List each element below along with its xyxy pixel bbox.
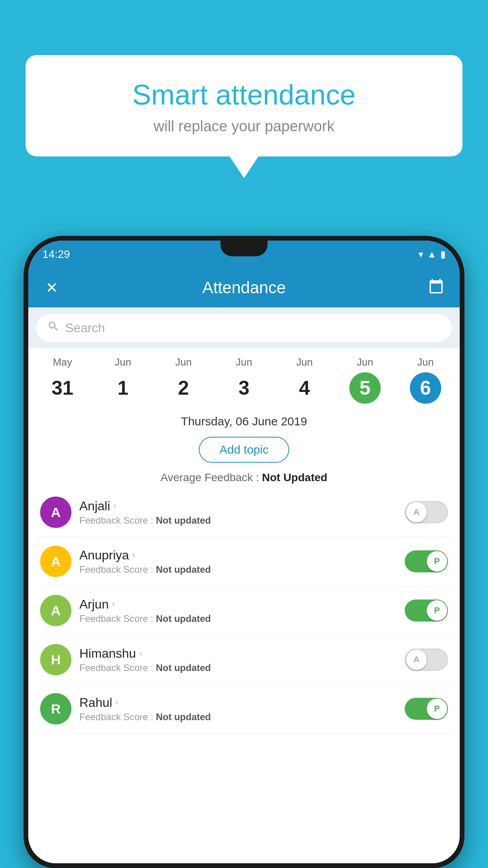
- cal-num-1: 1: [107, 372, 139, 404]
- speech-bubble-subtitle: will replace your paperwork: [45, 118, 443, 135]
- phone-shell: 14:29 ▾ ▲ ▮ ✕ Attendance: [24, 236, 464, 868]
- student-avatar-3: H: [40, 644, 72, 675]
- cal-month-3: Jun: [236, 356, 252, 368]
- cal-month-4: Jun: [296, 356, 313, 368]
- calendar-icon[interactable]: [424, 278, 448, 298]
- toggle-knob-4: P: [427, 699, 447, 719]
- cal-month-2: Jun: [175, 356, 192, 368]
- add-topic-button[interactable]: Add topic: [199, 437, 289, 463]
- cal-month-5: Jun: [357, 356, 373, 368]
- status-time: 14:29: [42, 248, 70, 261]
- chevron-icon: ›: [132, 550, 135, 560]
- cal-month-1: Jun: [115, 356, 131, 368]
- student-info-4: Rahul ›Feedback Score : Not updated: [79, 695, 397, 723]
- app-bar: ✕ Attendance: [28, 268, 460, 307]
- student-feedback-1: Feedback Score : Not updated: [79, 564, 397, 575]
- phone-inner: 14:29 ▾ ▲ ▮ ✕ Attendance: [28, 241, 460, 863]
- student-avatar-4: R: [40, 693, 72, 725]
- attendance-toggle-4[interactable]: P: [405, 698, 448, 720]
- signal-icon: ▲: [427, 249, 437, 260]
- wifi-icon: ▾: [418, 249, 423, 260]
- calendar-day-6[interactable]: Jun6: [408, 356, 443, 404]
- avg-feedback-label: Average Feedback :: [161, 471, 262, 484]
- toggle-container-4[interactable]: P: [405, 698, 448, 720]
- toggle-knob-3: A: [406, 649, 427, 670]
- avg-feedback-value: Not Updated: [262, 471, 327, 484]
- app-bar-title: Attendance: [64, 278, 424, 297]
- add-topic-container: Add topic: [28, 432, 460, 467]
- cal-month-6: Jun: [417, 356, 434, 368]
- student-feedback-4: Feedback Score : Not updated: [79, 712, 397, 723]
- search-icon: [47, 320, 60, 336]
- attendance-toggle-3[interactable]: A: [405, 649, 448, 671]
- cal-num-2: 2: [168, 372, 199, 404]
- student-item-0[interactable]: AAnjali ›Feedback Score : Not updatedA: [36, 488, 452, 537]
- calendar-day-1[interactable]: Jun1: [105, 356, 141, 404]
- student-feedback-2: Feedback Score : Not updated: [79, 613, 397, 624]
- toggle-knob-1: P: [427, 551, 447, 572]
- cal-num-6: 6: [410, 372, 441, 404]
- chevron-icon: ›: [139, 648, 142, 658]
- student-name-3: Himanshu ›: [79, 646, 397, 661]
- cal-num-0: 31: [47, 372, 78, 404]
- cal-num-3: 3: [228, 372, 260, 404]
- student-name-1: Anupriya ›: [79, 548, 397, 563]
- status-icons: ▾ ▲ ▮: [418, 249, 446, 260]
- student-feedback-3: Feedback Score : Not updated: [79, 662, 397, 673]
- search-bar-container: Search: [28, 307, 460, 348]
- attendance-toggle-1[interactable]: P: [405, 550, 448, 572]
- student-item-1[interactable]: AAnupriya ›Feedback Score : Not updatedP: [36, 537, 452, 586]
- search-bar[interactable]: Search: [36, 314, 452, 342]
- student-name-2: Arjun ›: [79, 597, 397, 612]
- calendar-day-5[interactable]: Jun5: [347, 356, 383, 404]
- toggle-container-0[interactable]: A: [405, 501, 448, 523]
- cal-num-4: 4: [289, 372, 320, 404]
- chevron-icon: ›: [113, 501, 116, 511]
- student-name-4: Rahul ›: [79, 695, 397, 710]
- calendar-day-4[interactable]: Jun4: [287, 356, 322, 404]
- chevron-icon: ›: [112, 599, 115, 609]
- student-info-0: Anjali ›Feedback Score : Not updated: [79, 499, 397, 526]
- speech-bubble-title: Smart attendance: [45, 79, 443, 111]
- avg-feedback: Average Feedback : Not Updated: [28, 467, 460, 488]
- cal-num-5: 5: [349, 372, 381, 404]
- student-list: AAnjali ›Feedback Score : Not updatedAAA…: [28, 488, 460, 734]
- search-placeholder: Search: [65, 321, 105, 335]
- student-avatar-2: A: [40, 595, 72, 626]
- student-avatar-1: A: [40, 546, 72, 577]
- student-item-3[interactable]: HHimanshu ›Feedback Score : Not updatedA: [36, 635, 452, 684]
- student-info-2: Arjun ›Feedback Score : Not updated: [79, 597, 397, 624]
- speech-bubble-container: Smart attendance will replace your paper…: [26, 55, 462, 156]
- toggle-knob-0: A: [406, 502, 427, 522]
- toggle-container-2[interactable]: P: [405, 600, 448, 622]
- calendar-strip: May31Jun1Jun2Jun3Jun4Jun5Jun6: [28, 348, 460, 408]
- close-icon[interactable]: ✕: [40, 279, 64, 296]
- attendance-toggle-0[interactable]: A: [405, 501, 448, 523]
- student-item-2[interactable]: AArjun ›Feedback Score : Not updatedP: [36, 586, 452, 635]
- student-feedback-0: Feedback Score : Not updated: [79, 515, 397, 526]
- notch: [220, 241, 268, 256]
- selected-date: Thursday, 06 June 2019: [28, 408, 460, 432]
- calendar-day-0[interactable]: May31: [45, 356, 80, 404]
- toggle-container-3[interactable]: A: [405, 649, 448, 671]
- calendar-day-3[interactable]: Jun3: [226, 356, 262, 404]
- calendar-day-2[interactable]: Jun2: [166, 356, 201, 404]
- student-info-1: Anupriya ›Feedback Score : Not updated: [79, 548, 397, 575]
- battery-icon: ▮: [440, 249, 446, 260]
- cal-month-0: May: [53, 356, 72, 368]
- toggle-container-1[interactable]: P: [405, 550, 448, 572]
- attendance-toggle-2[interactable]: P: [405, 600, 448, 622]
- calendar-days: May31Jun1Jun2Jun3Jun4Jun5Jun6: [28, 356, 460, 404]
- student-item-4[interactable]: RRahul ›Feedback Score : Not updatedP: [36, 684, 452, 734]
- speech-bubble: Smart attendance will replace your paper…: [26, 55, 462, 156]
- student-avatar-0: A: [40, 497, 72, 528]
- status-bar: 14:29 ▾ ▲ ▮: [28, 241, 460, 268]
- student-name-0: Anjali ›: [79, 499, 397, 513]
- toggle-knob-2: P: [427, 600, 447, 621]
- chevron-icon: ›: [116, 697, 118, 708]
- student-info-3: Himanshu ›Feedback Score : Not updated: [79, 646, 397, 673]
